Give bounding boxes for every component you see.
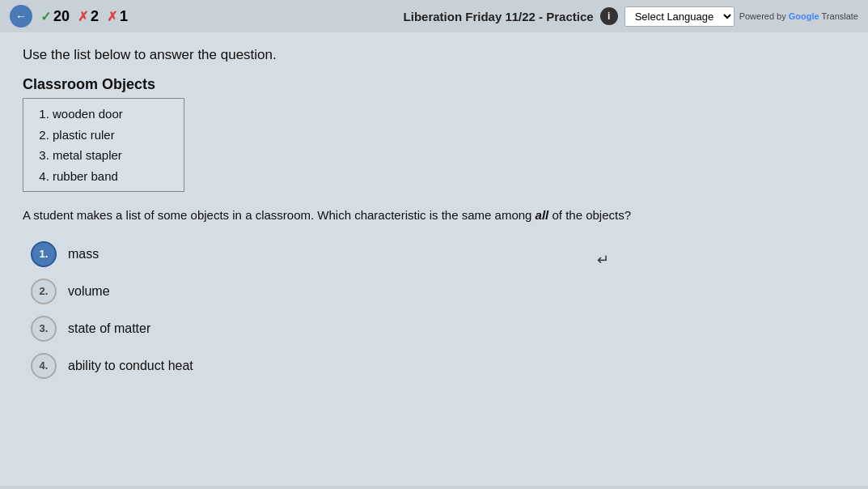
objects-list: wooden door plastic ruler metal stapler … bbox=[36, 104, 171, 186]
x-icon-2: ✗ bbox=[107, 9, 117, 24]
choice-text-4: ability to conduct heat bbox=[68, 359, 193, 373]
wrong-score-2: ✗ 1 bbox=[107, 8, 128, 25]
powered-by-label: Powered by Google Translate bbox=[739, 11, 858, 21]
main-content: Use the list below to answer the questio… bbox=[0, 32, 868, 486]
choice-3[interactable]: 3. state of matter bbox=[31, 316, 845, 342]
instruction-text: Use the list below to answer the questio… bbox=[23, 47, 845, 63]
list-item: metal stapler bbox=[53, 145, 171, 166]
correct-count: 20 bbox=[53, 8, 70, 25]
answer-choices: 1. mass 2. volume 3. state of matter 4. … bbox=[23, 241, 845, 379]
choice-bubble-2[interactable]: 2. bbox=[31, 279, 57, 304]
question-emphasis: all bbox=[536, 208, 549, 222]
wrong-count-1: 2 bbox=[91, 8, 99, 25]
wrong-score-1: ✗ 2 bbox=[78, 8, 99, 25]
choice-text-2: volume bbox=[68, 284, 110, 299]
score-area: ← ✓ 20 ✗ 2 ✗ 1 bbox=[10, 5, 128, 28]
google-label: Google bbox=[789, 11, 819, 21]
choice-bubble-1[interactable]: 1. bbox=[31, 241, 57, 267]
page-title: Liberation Friday 11/22 - Practice bbox=[404, 10, 594, 23]
wrong-count-2: 1 bbox=[120, 8, 128, 25]
choice-bubble-3[interactable]: 3. bbox=[31, 316, 57, 342]
list-item: wooden door bbox=[53, 104, 171, 125]
choice-1[interactable]: 1. mass bbox=[31, 241, 845, 267]
choice-2[interactable]: 2. volume bbox=[31, 279, 845, 304]
list-section: Classroom Objects wooden door plastic ru… bbox=[23, 76, 845, 192]
choice-bubble-4[interactable]: 4. bbox=[31, 353, 57, 379]
choice-4[interactable]: 4. ability to conduct heat bbox=[31, 353, 845, 379]
objects-box: wooden door plastic ruler metal stapler … bbox=[23, 98, 184, 192]
x-icon-1: ✗ bbox=[78, 9, 88, 24]
info-button[interactable]: i bbox=[600, 7, 618, 25]
language-selector-wrap: Select Language Powered by Google Transl… bbox=[625, 6, 858, 27]
check-icon: ✓ bbox=[40, 9, 51, 24]
right-controls: Liberation Friday 11/22 - Practice i Sel… bbox=[404, 6, 858, 27]
list-item: plastic ruler bbox=[53, 125, 171, 146]
language-select[interactable]: Select Language bbox=[625, 6, 735, 27]
top-bar: ← ✓ 20 ✗ 2 ✗ 1 Liberation Friday 11/22 -… bbox=[0, 0, 868, 32]
list-item: rubber band bbox=[53, 166, 171, 187]
question-text: A student makes a list of some objects i… bbox=[23, 206, 845, 225]
translate-label: Translate bbox=[819, 11, 858, 21]
choice-text-1: mass bbox=[68, 247, 99, 262]
back-button[interactable]: ← bbox=[10, 5, 32, 28]
choice-text-3: state of matter bbox=[68, 321, 150, 336]
list-title: Classroom Objects bbox=[23, 76, 845, 93]
correct-score: ✓ 20 bbox=[40, 8, 70, 25]
